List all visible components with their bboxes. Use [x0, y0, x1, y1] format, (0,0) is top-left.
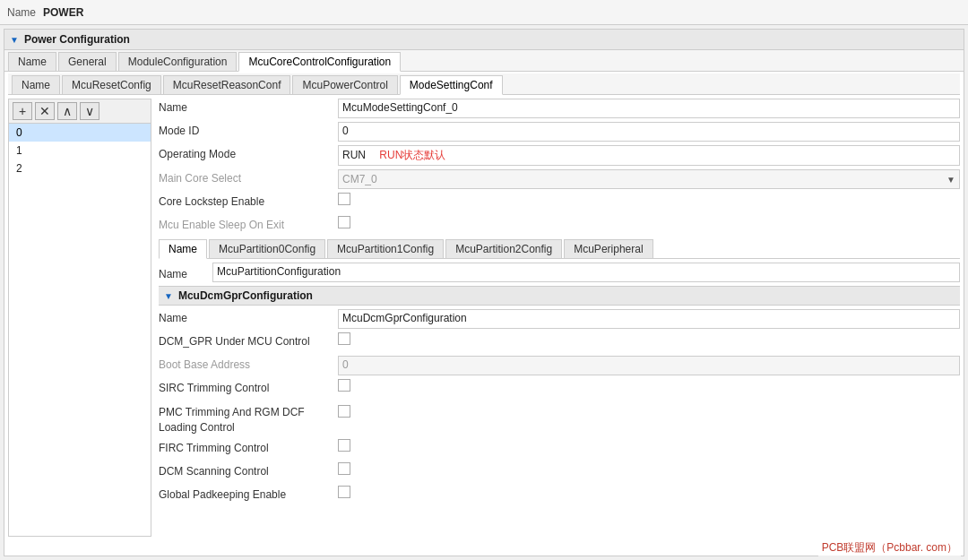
tab-mcu-core-control[interactable]: McuCoreControlConfiguration	[238, 52, 401, 72]
operating-mode-text: RUN	[342, 149, 366, 161]
dcm-field-label-boot: Boot Base Address	[159, 356, 338, 371]
sub-tab-partition0[interactable]: McuPartition0Config	[209, 239, 325, 258]
sirc-checkbox[interactable]	[338, 379, 350, 392]
field-label-main-core: Main Core Select	[159, 169, 338, 185]
section-header: ▼ Power Configuration	[4, 30, 964, 50]
dcm-field-value-boot[interactable]: 0	[338, 356, 960, 375]
dcm-field-label-padkeep: Global Padkeeping Enable	[159, 486, 338, 501]
dcm-gpr-checkbox[interactable]	[338, 332, 350, 345]
top-bar: Name POWER	[0, 0, 968, 25]
operating-mode-annotation: RUN状态默认	[379, 149, 445, 161]
watermark: PCB联盟网（Pcbbar. com）	[818, 539, 961, 556]
dcm-field-row-firc: FIRC Trimming Control	[159, 439, 960, 459]
tab-general[interactable]: General	[58, 52, 117, 71]
list-items: 0 1 2	[9, 124, 151, 536]
dcm-field-label-name: Name	[159, 309, 338, 324]
dropdown-arrow-icon: ▼	[946, 175, 955, 185]
dcm-field-label-pmc: PMC Trimming And RGM DCF Loading Control	[159, 402, 338, 435]
field-row-core-lockstep: Core Lockstep Enable	[159, 193, 960, 212]
up-button[interactable]: ∧	[57, 102, 77, 120]
field-label-mode-id: Mode ID	[159, 122, 338, 137]
dcm-field-label-dcm-scan: DCM Scanning Control	[159, 462, 338, 478]
field-row-name: Name McuModeSettingConf_0	[159, 99, 960, 118]
firc-checkbox[interactable]	[338, 439, 350, 452]
field-row-operating-mode: Operating Mode RUN RUN状态默认	[159, 145, 960, 166]
dcm-chevron-icon: ▼	[164, 291, 173, 301]
section-chevron-icon: ▼	[10, 35, 19, 45]
padkeep-checkbox[interactable]	[338, 486, 350, 498]
mcu-sleep-checkbox[interactable]	[338, 216, 350, 228]
sub-tab-partition2[interactable]: McuPartition2Config	[445, 239, 562, 258]
field-row-mode-id: Mode ID 0	[159, 122, 960, 142]
dcm-section-header: ▼ McuDcmGprConfiguration	[159, 286, 960, 306]
name-value: POWER	[43, 6, 83, 19]
tab-name[interactable]: Name	[8, 52, 56, 71]
dcm-field-value-name[interactable]: McuDcmGprConfiguration	[338, 309, 960, 329]
content-area: + ✕ ∧ ∨ 0 1 2 Name McuModeSettingConf_0 …	[4, 95, 964, 540]
add-button[interactable]: +	[13, 102, 32, 120]
section-title: Power Configuration	[24, 33, 130, 46]
dcm-field-row-name: Name McuDcmGprConfiguration	[159, 309, 960, 329]
dcm-field-row-boot: Boot Base Address 0	[159, 356, 960, 375]
dcm-field-label-sirc: SIRC Trimming Control	[159, 379, 338, 394]
dcm-field-row-sirc: SIRC Trimming Control	[159, 379, 960, 399]
main-core-text: CM7_0	[342, 173, 377, 185]
sub-tab-partition1[interactable]: McuPartition1Config	[327, 239, 444, 258]
dcm-field-row-pmc: PMC Trimming And RGM DCF Loading Control	[159, 402, 960, 435]
field-label-core-lockstep: Core Lockstep Enable	[159, 193, 338, 208]
inner-tab-bar: Name McuResetConfig McuResetReasonConf M…	[8, 73, 960, 95]
field-value-main-core[interactable]: CM7_0 ▼	[338, 169, 960, 189]
inner-tab-power-control[interactable]: McuPowerControl	[292, 75, 397, 94]
field-value-mode-id[interactable]: 0	[338, 122, 960, 142]
inner-tab-name[interactable]: Name	[12, 75, 60, 94]
sub-detail-header: Name McuPartitionConfiguration	[159, 263, 960, 282]
sub-detail-name-value[interactable]: McuPartitionConfiguration	[212, 263, 960, 282]
inner-tab-mode-setting[interactable]: ModeSettingConf	[400, 75, 503, 95]
main-tab-bar: Name General ModuleConfiguration McuCore…	[4, 50, 964, 72]
dcm-field-row-dcm-scan: DCM Scanning Control	[159, 462, 960, 482]
list-panel: + ✕ ∧ ∨ 0 1 2	[8, 99, 151, 537]
inner-tab-reset-reason[interactable]: McuResetReasonConf	[163, 75, 291, 94]
core-lockstep-checkbox[interactable]	[338, 193, 350, 205]
list-item[interactable]: 1	[9, 142, 151, 159]
dcm-field-row-gpr: DCM_GPR Under MCU Control	[159, 332, 960, 352]
remove-button[interactable]: ✕	[35, 102, 55, 120]
list-item[interactable]: 2	[9, 159, 151, 177]
pmc-checkbox[interactable]	[338, 405, 350, 418]
field-label-operating-mode: Operating Mode	[159, 145, 338, 160]
name-label: Name	[7, 6, 36, 19]
dcm-section-title: McuDcmGprConfiguration	[178, 289, 313, 302]
field-label-mcu-sleep: Mcu Enable Sleep On Exit	[159, 216, 338, 231]
field-value-operating-mode[interactable]: RUN RUN状态默认	[338, 145, 960, 166]
field-row-mcu-sleep: Mcu Enable Sleep On Exit	[159, 216, 960, 236]
tab-module-config[interactable]: ModuleConfiguration	[118, 52, 238, 71]
down-button[interactable]: ∨	[80, 102, 99, 120]
list-item[interactable]: 0	[9, 124, 151, 142]
list-toolbar: + ✕ ∧ ∨	[9, 99, 151, 124]
dcm-field-label-firc: FIRC Trimming Control	[159, 439, 338, 454]
dcm-scan-checkbox[interactable]	[338, 462, 350, 475]
field-value-name[interactable]: McuModeSettingConf_0	[338, 99, 960, 118]
field-label-name: Name	[159, 99, 338, 114]
power-config-section: ▼ Power Configuration Name General Modul…	[4, 29, 964, 556]
sub-detail-name-label: Name	[159, 265, 212, 280]
dcm-field-label-gpr: DCM_GPR Under MCU Control	[159, 332, 338, 348]
inner-tab-reset-config[interactable]: McuResetConfig	[62, 75, 161, 94]
sub-tab-name[interactable]: Name	[159, 239, 207, 259]
sub-tab-peripheral[interactable]: McuPeripheral	[564, 239, 653, 258]
dcm-field-row-padkeep: Global Padkeeping Enable	[159, 486, 960, 505]
field-row-main-core: Main Core Select CM7_0 ▼	[159, 169, 960, 189]
sub-tab-bar: Name McuPartition0Config McuPartition1Co…	[159, 239, 960, 259]
detail-panel: Name McuModeSettingConf_0 Mode ID 0 Oper…	[151, 99, 960, 537]
